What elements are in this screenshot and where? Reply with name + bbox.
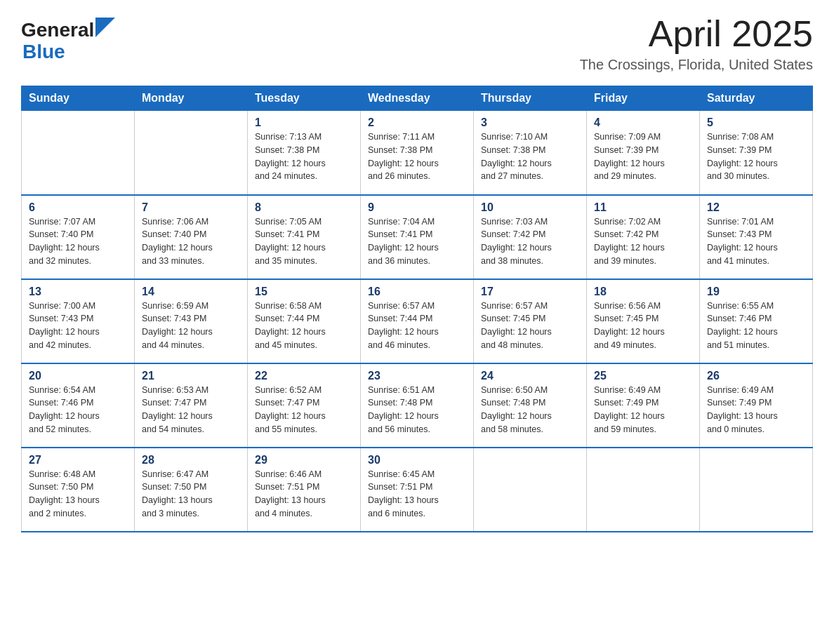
day-info: Sunrise: 7:00 AM Sunset: 7:43 PM Dayligh…: [29, 300, 127, 352]
calendar-cell: 15Sunrise: 6:58 AM Sunset: 7:44 PM Dayli…: [248, 279, 361, 363]
day-info: Sunrise: 7:08 AM Sunset: 7:39 PM Dayligh…: [707, 130, 805, 183]
calendar-cell: 27Sunrise: 6:48 AM Sunset: 7:50 PM Dayli…: [22, 448, 135, 532]
calendar-cell: [22, 111, 135, 195]
day-number: 17: [481, 286, 579, 298]
calendar-cell: [135, 111, 248, 195]
day-info: Sunrise: 7:13 AM Sunset: 7:38 PM Dayligh…: [255, 130, 353, 183]
calendar-cell: 5Sunrise: 7:08 AM Sunset: 7:39 PM Daylig…: [700, 111, 813, 195]
day-number: 13: [29, 286, 127, 298]
logo: General Blue: [21, 20, 115, 63]
logo-triangle-icon: [95, 18, 115, 37]
calendar-cell: 25Sunrise: 6:49 AM Sunset: 7:49 PM Dayli…: [587, 363, 700, 448]
day-number: 22: [255, 370, 353, 382]
day-number: 2: [368, 116, 466, 129]
day-number: 8: [255, 201, 353, 214]
logo-general-text: General: [21, 20, 94, 41]
day-info: Sunrise: 6:51 AM Sunset: 7:48 PM Dayligh…: [368, 384, 466, 436]
day-number: 19: [707, 286, 805, 298]
day-info: Sunrise: 6:54 AM Sunset: 7:46 PM Dayligh…: [29, 384, 127, 436]
calendar-cell: 2Sunrise: 7:11 AM Sunset: 7:38 PM Daylig…: [361, 111, 474, 195]
day-number: 26: [707, 370, 805, 382]
day-info: Sunrise: 6:46 AM Sunset: 7:51 PM Dayligh…: [255, 468, 353, 521]
day-info: Sunrise: 7:09 AM Sunset: 7:39 PM Dayligh…: [594, 130, 692, 183]
calendar-cell: 9Sunrise: 7:04 AM Sunset: 7:41 PM Daylig…: [361, 195, 474, 279]
day-number: 24: [481, 370, 579, 382]
day-info: Sunrise: 7:07 AM Sunset: 7:40 PM Dayligh…: [29, 215, 127, 268]
day-number: 1: [255, 116, 353, 129]
calendar-table: SundayMondayTuesdayWednesdayThursdayFrid…: [21, 86, 813, 532]
day-info: Sunrise: 7:10 AM Sunset: 7:38 PM Dayligh…: [481, 130, 579, 183]
weekday-header-sunday: Sunday: [22, 86, 135, 111]
weekday-header-tuesday: Tuesday: [248, 86, 361, 111]
day-info: Sunrise: 6:56 AM Sunset: 7:45 PM Dayligh…: [594, 300, 692, 352]
day-info: Sunrise: 7:11 AM Sunset: 7:38 PM Dayligh…: [368, 130, 466, 183]
day-info: Sunrise: 6:57 AM Sunset: 7:45 PM Dayligh…: [481, 300, 579, 352]
calendar-week-row: 6Sunrise: 7:07 AM Sunset: 7:40 PM Daylig…: [22, 195, 813, 279]
day-number: 12: [707, 201, 805, 214]
calendar-cell: [700, 448, 813, 532]
day-info: Sunrise: 6:58 AM Sunset: 7:44 PM Dayligh…: [255, 300, 353, 352]
day-info: Sunrise: 6:45 AM Sunset: 7:51 PM Dayligh…: [368, 468, 466, 521]
calendar-cell: 8Sunrise: 7:05 AM Sunset: 7:41 PM Daylig…: [248, 195, 361, 279]
weekday-header-thursday: Thursday: [474, 86, 587, 111]
day-number: 11: [594, 201, 692, 214]
calendar-cell: 14Sunrise: 6:59 AM Sunset: 7:43 PM Dayli…: [135, 279, 248, 363]
calendar-cell: 20Sunrise: 6:54 AM Sunset: 7:46 PM Dayli…: [22, 363, 135, 448]
day-number: 15: [255, 286, 353, 298]
day-number: 4: [594, 116, 692, 129]
calendar-cell: 13Sunrise: 7:00 AM Sunset: 7:43 PM Dayli…: [22, 279, 135, 363]
calendar-week-row: 1Sunrise: 7:13 AM Sunset: 7:38 PM Daylig…: [22, 111, 813, 195]
calendar-cell: 23Sunrise: 6:51 AM Sunset: 7:48 PM Dayli…: [361, 363, 474, 448]
day-info: Sunrise: 7:03 AM Sunset: 7:42 PM Dayligh…: [481, 215, 579, 268]
calendar-cell: 11Sunrise: 7:02 AM Sunset: 7:42 PM Dayli…: [587, 195, 700, 279]
day-info: Sunrise: 6:57 AM Sunset: 7:44 PM Dayligh…: [368, 300, 466, 352]
calendar-cell: 18Sunrise: 6:56 AM Sunset: 7:45 PM Dayli…: [587, 279, 700, 363]
calendar-cell: 3Sunrise: 7:10 AM Sunset: 7:38 PM Daylig…: [474, 111, 587, 195]
day-number: 27: [29, 454, 127, 467]
calendar-cell: 19Sunrise: 6:55 AM Sunset: 7:46 PM Dayli…: [700, 279, 813, 363]
day-info: Sunrise: 7:02 AM Sunset: 7:42 PM Dayligh…: [594, 215, 692, 268]
calendar-week-row: 27Sunrise: 6:48 AM Sunset: 7:50 PM Dayli…: [22, 448, 813, 532]
calendar-cell: 1Sunrise: 7:13 AM Sunset: 7:38 PM Daylig…: [248, 111, 361, 195]
day-info: Sunrise: 7:05 AM Sunset: 7:41 PM Dayligh…: [255, 215, 353, 268]
day-info: Sunrise: 6:50 AM Sunset: 7:48 PM Dayligh…: [481, 384, 579, 436]
calendar-cell: 17Sunrise: 6:57 AM Sunset: 7:45 PM Dayli…: [474, 279, 587, 363]
calendar-cell: [587, 448, 700, 532]
calendar-cell: 6Sunrise: 7:07 AM Sunset: 7:40 PM Daylig…: [22, 195, 135, 279]
day-number: 25: [594, 370, 692, 382]
calendar-cell: 7Sunrise: 7:06 AM Sunset: 7:40 PM Daylig…: [135, 195, 248, 279]
calendar-cell: 4Sunrise: 7:09 AM Sunset: 7:39 PM Daylig…: [587, 111, 700, 195]
calendar-cell: 12Sunrise: 7:01 AM Sunset: 7:43 PM Dayli…: [700, 195, 813, 279]
day-info: Sunrise: 7:06 AM Sunset: 7:40 PM Dayligh…: [142, 215, 240, 268]
calendar-cell: 30Sunrise: 6:45 AM Sunset: 7:51 PM Dayli…: [361, 448, 474, 532]
calendar-title: April 2025: [580, 14, 813, 54]
day-info: Sunrise: 6:47 AM Sunset: 7:50 PM Dayligh…: [142, 468, 240, 521]
title-area: April 2025 The Crossings, Florida, Unite…: [580, 14, 813, 73]
day-number: 6: [29, 201, 127, 214]
day-info: Sunrise: 6:49 AM Sunset: 7:49 PM Dayligh…: [707, 384, 805, 436]
day-number: 20: [29, 370, 127, 382]
day-number: 28: [142, 454, 240, 467]
calendar-week-row: 13Sunrise: 7:00 AM Sunset: 7:43 PM Dayli…: [22, 279, 813, 363]
weekday-header-monday: Monday: [135, 86, 248, 111]
weekday-header-wednesday: Wednesday: [361, 86, 474, 111]
calendar-cell: [474, 448, 587, 532]
calendar-cell: 29Sunrise: 6:46 AM Sunset: 7:51 PM Dayli…: [248, 448, 361, 532]
day-number: 16: [368, 286, 466, 298]
weekday-header-row: SundayMondayTuesdayWednesdayThursdayFrid…: [22, 86, 813, 111]
calendar-week-row: 20Sunrise: 6:54 AM Sunset: 7:46 PM Dayli…: [22, 363, 813, 448]
day-number: 14: [142, 286, 240, 298]
day-number: 7: [142, 201, 240, 214]
day-info: Sunrise: 6:53 AM Sunset: 7:47 PM Dayligh…: [142, 384, 240, 436]
day-info: Sunrise: 7:01 AM Sunset: 7:43 PM Dayligh…: [707, 215, 805, 268]
day-number: 5: [707, 116, 805, 129]
weekday-header-friday: Friday: [587, 86, 700, 111]
calendar-cell: 16Sunrise: 6:57 AM Sunset: 7:44 PM Dayli…: [361, 279, 474, 363]
calendar-subtitle: The Crossings, Florida, United States: [580, 57, 813, 73]
day-number: 10: [481, 201, 579, 214]
day-info: Sunrise: 6:55 AM Sunset: 7:46 PM Dayligh…: [707, 300, 805, 352]
calendar-cell: 28Sunrise: 6:47 AM Sunset: 7:50 PM Dayli…: [135, 448, 248, 532]
day-info: Sunrise: 6:59 AM Sunset: 7:43 PM Dayligh…: [142, 300, 240, 352]
weekday-header-saturday: Saturday: [700, 86, 813, 111]
calendar-cell: 21Sunrise: 6:53 AM Sunset: 7:47 PM Dayli…: [135, 363, 248, 448]
